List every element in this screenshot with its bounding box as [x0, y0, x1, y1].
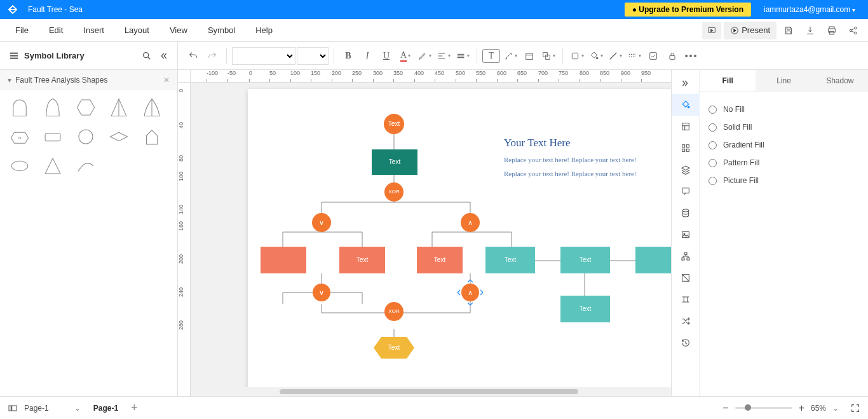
search-icon[interactable]	[142, 51, 152, 61]
tree-panel-icon[interactable]	[672, 245, 700, 267]
fill-option-pattern[interactable]: Pattern Fill	[709, 154, 859, 172]
shape-event-1[interactable]	[9, 97, 31, 118]
menu-edit[interactable]: Edit	[39, 25, 73, 35]
shape-ellipse[interactable]	[9, 155, 31, 177]
menu-view[interactable]: View	[159, 25, 198, 35]
shape-arc[interactable]	[75, 155, 97, 177]
text-align-h-button[interactable]	[435, 46, 452, 65]
shape-house[interactable]	[141, 126, 163, 148]
horizontal-scrollbar[interactable]	[203, 387, 671, 396]
menu-symbol[interactable]: Symbol	[198, 25, 245, 35]
shape-event-2[interactable]	[42, 97, 64, 118]
svg-rect-67	[686, 149, 689, 151]
text-align-v-button[interactable]	[454, 46, 471, 65]
page-tab-1[interactable]: Page-1	[87, 404, 125, 413]
italic-button[interactable]: I	[358, 46, 376, 65]
layout-panel-icon[interactable]	[672, 116, 700, 137]
fullscreen-button[interactable]	[850, 403, 860, 413]
container-button[interactable]	[520, 46, 538, 65]
checkbox-button[interactable]	[644, 46, 662, 65]
font-size-select[interactable]	[297, 47, 329, 65]
shape-format-button[interactable]	[568, 46, 586, 65]
group-button[interactable]	[539, 46, 557, 65]
layers-panel-icon[interactable]	[672, 159, 700, 181]
download-button[interactable]	[801, 22, 820, 39]
svg-rect-11	[10, 55, 18, 56]
dimension-panel-icon[interactable]	[672, 267, 700, 289]
close-section-icon[interactable]: ✕	[163, 76, 170, 85]
spacing-panel-icon[interactable]	[672, 289, 700, 310]
history-panel-icon[interactable]	[672, 332, 700, 354]
collapse-icon[interactable]	[158, 51, 168, 61]
image-panel-icon[interactable]	[672, 224, 700, 245]
shape-hex-n[interactable]: n	[9, 126, 31, 148]
zoom-slider[interactable]	[735, 407, 792, 409]
save-button[interactable]	[779, 22, 798, 39]
text-tool-button[interactable]: T	[482, 49, 500, 63]
shape-hexagon[interactable]	[75, 97, 97, 118]
expand-panel-icon[interactable]	[672, 72, 700, 94]
undo-button[interactable]	[184, 46, 202, 65]
print-button[interactable]	[822, 22, 841, 39]
shape-triangle[interactable]	[42, 155, 64, 177]
add-page-button[interactable]: +	[131, 401, 138, 415]
shuffle-panel-icon[interactable]	[672, 310, 700, 332]
svg-point-8	[855, 27, 857, 29]
svg-rect-35	[261, 247, 306, 273]
zoom-level[interactable]: 65%	[811, 404, 826, 413]
fill-panel-icon[interactable]	[672, 94, 700, 116]
shape-circle[interactable]	[75, 126, 97, 148]
fill-color-button[interactable]	[587, 46, 605, 65]
svg-rect-22	[45, 134, 60, 141]
tab-fill[interactable]: Fill	[700, 70, 756, 91]
selected-gate-node[interactable]: ∧	[458, 280, 483, 305]
bold-button[interactable]: B	[339, 46, 357, 65]
fill-option-solid[interactable]: Solid Fill	[709, 118, 859, 136]
underline-button[interactable]: U	[377, 46, 395, 65]
menu-layout[interactable]: Layout	[114, 25, 159, 35]
svg-rect-74	[687, 258, 689, 260]
fill-option-picture[interactable]: Picture Fill	[709, 172, 859, 189]
zoom-in-button[interactable]: +	[799, 402, 804, 414]
menu-file[interactable]: File	[5, 25, 39, 35]
shape-rect[interactable]	[42, 126, 64, 148]
canvas-title[interactable]: Your Text Here	[504, 137, 570, 149]
redo-button[interactable]	[203, 46, 221, 65]
grid-panel-icon[interactable]	[672, 137, 700, 159]
present-button[interactable]: Present	[724, 22, 776, 39]
comments-panel-icon[interactable]	[672, 181, 700, 202]
zoom-out-button[interactable]: −	[722, 402, 728, 414]
canvas-page[interactable]: Text Text XOR ∨ ∧ Text Text Text Text	[248, 89, 671, 396]
canvas-subtitle-2[interactable]: Replace your text here! Replace your tex…	[504, 170, 637, 177]
svg-rect-19	[650, 52, 657, 59]
slideshow-button[interactable]	[702, 22, 721, 39]
section-caret-icon[interactable]: ▾	[8, 76, 11, 85]
pages-icon[interactable]	[8, 403, 18, 413]
font-color-button[interactable]: A	[397, 46, 414, 65]
canvas-subtitle-1[interactable]: Replace your text here! Replace your tex…	[504, 156, 637, 163]
line-style-button[interactable]	[625, 46, 643, 65]
font-family-select[interactable]	[232, 47, 295, 65]
connector-tool-button[interactable]	[501, 46, 519, 65]
text-highlight-button[interactable]	[416, 46, 433, 65]
share-button[interactable]	[844, 22, 863, 39]
page-select[interactable]: Page-1⌄	[24, 404, 81, 413]
svg-line-49	[470, 280, 473, 282]
fill-option-none[interactable]: No Fill	[709, 100, 859, 118]
shape-triangle-1[interactable]	[108, 97, 130, 118]
line-color-button[interactable]	[606, 46, 624, 65]
tab-line[interactable]: Line	[756, 70, 811, 91]
fill-option-gradient[interactable]: Gradient Fill	[709, 136, 859, 154]
data-panel-icon[interactable]	[672, 202, 700, 224]
lock-button[interactable]	[663, 46, 681, 65]
tab-shadow[interactable]: Shadow	[812, 70, 868, 91]
shape-triangle-2[interactable]	[141, 97, 163, 118]
upgrade-button[interactable]: ● Upgrade to Premium Version	[625, 3, 751, 17]
app-logo[interactable]	[0, 4, 25, 15]
more-button[interactable]: •••	[682, 46, 700, 65]
user-menu[interactable]: iammurtaza4@gmail.com	[764, 5, 868, 14]
svg-rect-20	[670, 55, 675, 59]
menu-insert[interactable]: Insert	[73, 25, 114, 35]
shape-diamond[interactable]	[108, 126, 130, 148]
menu-help[interactable]: Help	[245, 25, 283, 35]
